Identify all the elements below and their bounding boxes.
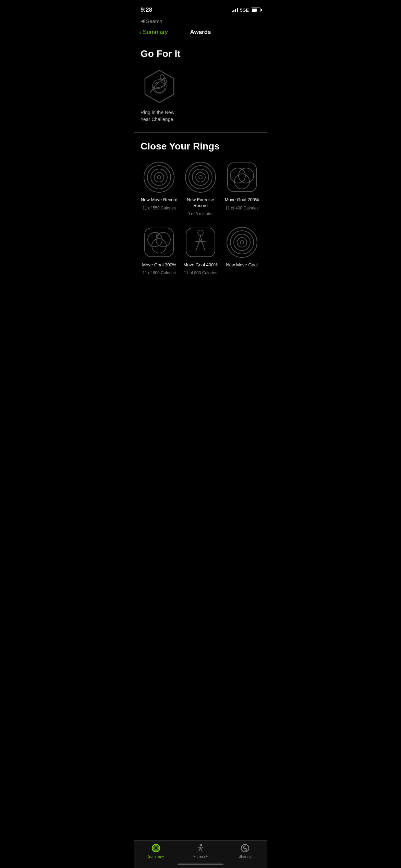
svg-point-8 [192,169,209,185]
svg-point-13 [239,168,254,183]
svg-point-1 [144,162,174,192]
award-item-new-move-goal: New Move Goal [223,225,260,276]
award-progress-0: 11 of 550 Calories [143,206,176,211]
svg-point-4 [154,172,164,182]
status-time: 9:28 [141,7,152,13]
award-name-5: New Move Goal [226,262,257,268]
search-back-row: ◀ Search [134,17,267,26]
battery-icon [251,8,260,12]
svg-point-19 [198,230,203,236]
award-progress-1: 0 of 3 minutes [187,212,213,217]
new-move-goal-icon [225,225,259,260]
svg-point-3 [151,169,167,185]
back-chevron-icon: ‹ [139,28,142,36]
go-for-it-title: Go For It [141,48,260,59]
close-your-rings-section: Close Your Rings New Move Record 11 of 5… [134,133,267,286]
page-title: Awards [190,29,211,36]
status-bar: 9:28 5GE [134,0,267,17]
status-right: 5GE [232,8,260,13]
svg-point-14 [234,174,250,189]
search-back-arrow: ◀ [141,18,145,24]
svg-point-5 [157,176,161,179]
close-rings-title: Close Your Rings [141,141,260,152]
go-for-it-badge-container: Ring in the New Year Challenge [141,68,260,123]
award-name-4: Move Goal 400% [183,262,218,268]
new-move-record-icon [142,160,176,194]
go-for-it-badge-label: Ring in the New Year Challenge [141,109,182,123]
search-back-label: Search [146,18,162,24]
awards-grid: New Move Record 11 of 550 Calories New E… [141,160,260,276]
main-content: Go For It Ring in the New Year Challenge… [134,40,267,320]
nav-back-button[interactable]: ‹ Summary [139,28,168,36]
award-name-0: New Move Record [141,197,178,203]
award-item-move-goal-200: Move Goal 200% 11 of 400 Calories [223,160,260,217]
svg-point-24 [240,241,244,244]
award-item-move-goal-300: Move Goal 300% 11 of 600 Calories [141,225,178,276]
go-for-it-badge-icon [141,68,178,105]
svg-point-20 [227,227,257,257]
move-goal-200-icon [225,160,259,194]
svg-rect-18 [186,228,215,257]
award-item-move-goal-400: Move Goal 400% 11 of 800 Calories [182,225,219,276]
award-name-2: Move Goal 200% [225,197,259,203]
signal-icon [232,8,238,12]
svg-point-23 [237,238,247,247]
award-item-new-exercise-record: New Exercise Record 0 of 3 minutes [182,160,219,217]
award-name-1: New Exercise Record [182,197,219,209]
award-progress-2: 11 of 400 Calories [225,206,258,211]
nav-back-label: Summary [143,29,168,36]
new-exercise-record-icon [183,160,218,194]
svg-point-9 [196,172,205,182]
award-progress-4: 11 of 800 Calories [184,270,217,276]
move-goal-300-icon [142,225,176,260]
nav-header: ‹ Summary Awards [134,26,267,40]
svg-point-22 [234,234,250,251]
award-progress-3: 11 of 600 Calories [143,270,176,276]
svg-point-6 [185,162,216,192]
svg-point-12 [230,168,245,183]
network-type: 5GE [240,8,249,13]
award-item-new-move-record: New Move Record 11 of 550 Calories [141,160,178,217]
award-name-3: Move Goal 300% [142,262,176,268]
svg-rect-11 [228,163,256,192]
go-for-it-section: Go For It Ring in the New Year Challenge [134,40,267,133]
svg-point-10 [199,176,202,179]
move-goal-400-icon [183,225,218,260]
